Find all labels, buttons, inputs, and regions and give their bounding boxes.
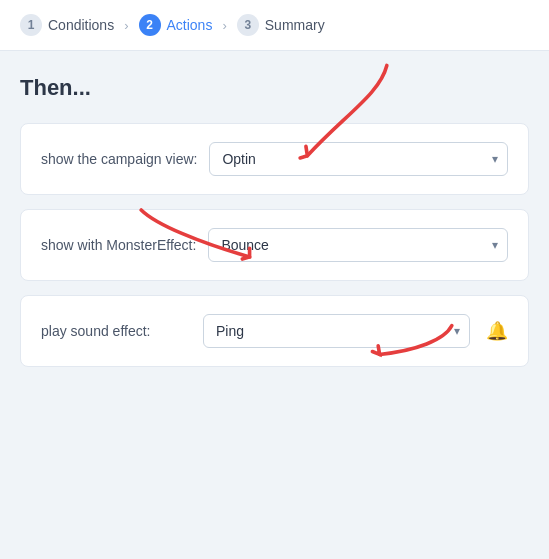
- chevron-1: ›: [124, 18, 128, 33]
- step-1-circle: 1: [20, 14, 42, 36]
- bell-icon[interactable]: 🔔: [486, 320, 508, 342]
- step-2-circle: 2: [139, 14, 161, 36]
- step-2-label: Actions: [167, 17, 213, 33]
- monster-effect-label: show with MonsterEffect:: [41, 237, 196, 253]
- step-conditions[interactable]: 1 Conditions: [20, 14, 114, 36]
- campaign-view-select[interactable]: Optin Success Canvas: [209, 142, 508, 176]
- step-3-label: Summary: [265, 17, 325, 33]
- step-actions[interactable]: 2 Actions: [139, 14, 213, 36]
- sound-effect-label: play sound effect:: [41, 323, 191, 339]
- step-1-label: Conditions: [48, 17, 114, 33]
- sound-effect-select-wrapper: Ping Chime Bell None ▾: [203, 314, 470, 348]
- campaign-view-select-wrapper: Optin Success Canvas ▾: [209, 142, 508, 176]
- sound-effect-select[interactable]: Ping Chime Bell None: [203, 314, 470, 348]
- campaign-view-card: show the campaign view: Optin Success Ca…: [20, 123, 529, 195]
- sound-effect-card: play sound effect: Ping Chime Bell None …: [20, 295, 529, 367]
- chevron-2: ›: [222, 18, 226, 33]
- step-summary[interactable]: 3 Summary: [237, 14, 325, 36]
- then-heading: Then...: [20, 75, 529, 101]
- monster-effect-card: show with MonsterEffect: Bounce Flash Sh…: [20, 209, 529, 281]
- page-wrapper: 1 Conditions › 2 Actions › 3 Summary The…: [0, 0, 549, 559]
- main-content: Then... show the campaign view: Optin Su…: [0, 51, 549, 405]
- step-3-circle: 3: [237, 14, 259, 36]
- monster-effect-select-wrapper: Bounce Flash Shake Tada Swing ▾: [208, 228, 508, 262]
- monster-effect-select[interactable]: Bounce Flash Shake Tada Swing: [208, 228, 508, 262]
- campaign-view-label: show the campaign view:: [41, 151, 197, 167]
- steps-bar: 1 Conditions › 2 Actions › 3 Summary: [0, 0, 549, 51]
